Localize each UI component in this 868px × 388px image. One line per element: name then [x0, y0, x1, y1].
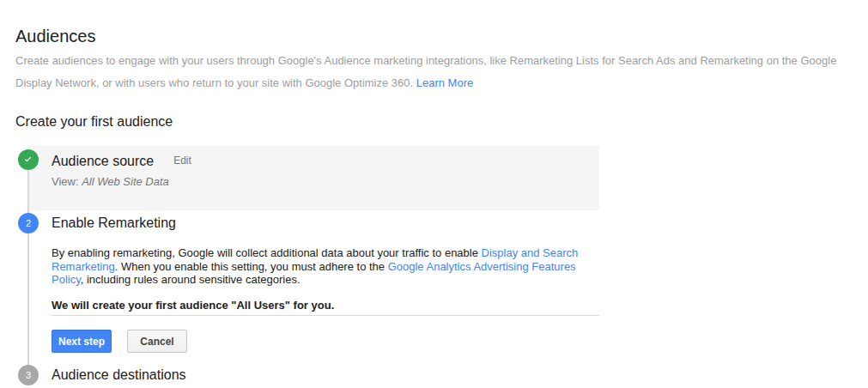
- step2-number-circle: 2: [18, 213, 39, 233]
- edit-link[interactable]: Edit: [173, 155, 191, 167]
- step3-number-circle: 3: [18, 365, 39, 385]
- step3-number: 3: [26, 370, 31, 380]
- step1-title: Audience source: [52, 154, 154, 168]
- remarketing-text-1: By enabling remarketing, Google will col…: [52, 246, 482, 259]
- view-value: All Web Site Data: [82, 175, 169, 188]
- step1-row: Audience sourceEdit: [52, 152, 191, 170]
- audiences-page: Audiences Create audiences to engage wit…: [0, 0, 868, 388]
- step2-number: 2: [26, 218, 31, 228]
- step3-title: Audience destinations: [52, 367, 186, 384]
- view-line: View: All Web Site Data: [52, 175, 169, 189]
- all-users-note: We will create your first audience "All …: [52, 299, 601, 312]
- cancel-button[interactable]: Cancel: [127, 330, 187, 353]
- remarketing-description: By enabling remarketing, Google will col…: [52, 246, 588, 287]
- remarketing-text-2: . When you enable this setting, you must…: [115, 260, 388, 273]
- learn-more-link[interactable]: Learn More: [416, 76, 473, 89]
- stepper-connector-line: [27, 160, 29, 375]
- next-step-button[interactable]: Next step: [52, 330, 112, 353]
- step1-status-circle: [18, 149, 39, 170]
- create-first-audience-heading: Create your first audience: [15, 113, 173, 130]
- remarketing-text-3: , including rules around sensitive categ…: [81, 273, 300, 286]
- step2-divider: [52, 315, 600, 316]
- page-title: Audiences: [15, 27, 95, 45]
- checkmark-icon: [22, 154, 34, 166]
- view-label: View:: [52, 175, 82, 188]
- page-description: Create audiences to engage with your use…: [15, 50, 855, 94]
- step2-title: Enable Remarketing: [52, 215, 176, 232]
